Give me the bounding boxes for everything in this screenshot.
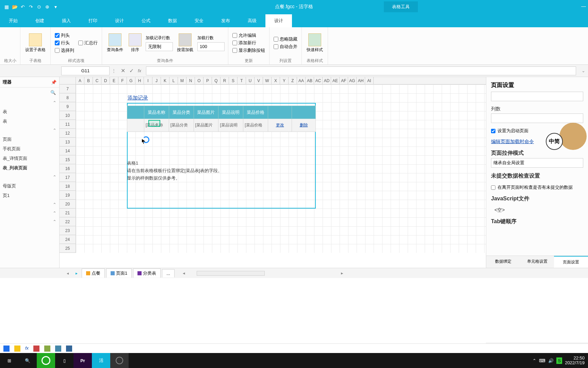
col-header[interactable]: AI	[365, 77, 374, 84]
tree-item[interactable]: ⌃	[1, 98, 59, 107]
rp-btab-cell[interactable]: 单元格设置	[520, 256, 554, 268]
col-header[interactable]: K	[161, 77, 169, 84]
row-header[interactable]: 23	[60, 226, 76, 235]
name-box[interactable]: G11	[61, 66, 110, 75]
row-header[interactable]: 9	[60, 102, 76, 111]
tray-icon[interactable]	[55, 346, 61, 352]
col-header[interactable]: G	[127, 77, 135, 84]
qat-icon[interactable]: ▦	[3, 4, 10, 10]
col-header[interactable]: M	[178, 77, 186, 84]
set-subtable-button[interactable]: 设置子表格	[24, 33, 47, 53]
sheet-tab[interactable]: 分类表	[133, 269, 161, 278]
col-header[interactable]: H	[135, 77, 144, 84]
back-icon[interactable]: ⊙	[36, 4, 42, 10]
tree-item[interactable]: ⌃	[1, 126, 59, 135]
tb-app-browser[interactable]	[37, 353, 55, 368]
tray-icon[interactable]	[66, 346, 72, 352]
tree-item[interactable]: ⌃	[1, 200, 59, 209]
row-header[interactable]: 25	[60, 244, 76, 253]
search-button[interactable]: 🔍	[18, 353, 37, 368]
tray-app-icon[interactable]: S	[556, 357, 562, 364]
rp-js-value[interactable]: <空>	[494, 207, 583, 213]
redo-icon[interactable]: ↷	[28, 4, 34, 10]
col-header[interactable]: B	[84, 77, 93, 84]
tree-item[interactable]: 母版页	[1, 181, 59, 191]
col-header[interactable]: F	[118, 77, 127, 84]
col-header[interactable]: O	[195, 77, 203, 84]
col-header[interactable]: E	[110, 77, 118, 84]
chk-ignore-hidden[interactable]: 忽略隐藏	[274, 36, 297, 42]
chk-col-header[interactable]: 列头	[55, 32, 74, 39]
row-header[interactable]: 13	[60, 138, 76, 147]
tray-fx-icon[interactable]: fx	[25, 346, 29, 352]
delete-link[interactable]: 删除	[292, 119, 316, 132]
select-all-corner[interactable]	[60, 77, 76, 84]
quick-style-button[interactable]: 快速样式	[305, 33, 324, 53]
accept-formula-icon[interactable]: ✓	[129, 67, 134, 74]
col-header[interactable]: N	[186, 77, 195, 84]
tab-publish[interactable]: 发布	[212, 14, 239, 27]
pin-icon[interactable]: 📌	[51, 80, 56, 85]
load-limit-input[interactable]	[146, 42, 173, 51]
tree-item[interactable]: 表_详情页面	[1, 154, 59, 163]
col-header[interactable]: AH	[357, 77, 365, 84]
tree-item[interactable]: ⌃	[1, 209, 59, 217]
row-header[interactable]: 15	[60, 155, 76, 164]
qat-more-icon[interactable]: ▾	[52, 4, 59, 10]
tray-ime-icon[interactable]: ⌨	[539, 358, 545, 363]
tab-security[interactable]: 安全	[186, 14, 212, 27]
row-header[interactable]: 10	[60, 111, 76, 120]
row-header[interactable]: 21	[60, 209, 76, 217]
chk-select-col[interactable]: 选择列	[55, 47, 74, 53]
col-header[interactable]: AF	[340, 77, 348, 84]
row-header[interactable]: 14	[60, 147, 76, 155]
col-header[interactable]: Y	[280, 77, 289, 84]
query-condition-button[interactable]: 查询条件	[105, 33, 125, 53]
col-header[interactable]: AA	[297, 77, 306, 84]
col-header[interactable]: I	[144, 77, 152, 84]
col-header[interactable]: J	[152, 77, 161, 84]
chk-show-delete[interactable]: 显示删除按钮	[232, 47, 265, 53]
sheet-prev-icon[interactable]: ◂	[64, 271, 71, 276]
tab-start[interactable]: 开始	[0, 14, 27, 27]
fx-icon[interactable]: fx	[138, 67, 141, 74]
row-header[interactable]: 19	[60, 191, 76, 200]
chk-add-row[interactable]: 添加新行	[232, 40, 265, 46]
col-header[interactable]: A	[76, 77, 84, 84]
open-icon[interactable]: 📂	[12, 4, 18, 10]
col-header[interactable]: AE	[331, 77, 340, 84]
chk-auto-merge[interactable]: 自动合并	[274, 44, 297, 50]
rp-btab-page[interactable]: 页面设置	[554, 256, 588, 268]
tb-app-file[interactable]: ▯	[55, 353, 74, 368]
th-desc[interactable]: 菜品说明	[218, 106, 243, 119]
col-header[interactable]: AD	[323, 77, 331, 84]
tree-item[interactable]: 手机页面	[1, 144, 59, 154]
col-header[interactable]: S	[229, 77, 238, 84]
horizontal-scrollbar[interactable]	[197, 271, 265, 276]
row-header[interactable]: 20	[60, 200, 76, 209]
row-header[interactable]: 24	[60, 235, 76, 244]
tab-print[interactable]: 打印	[80, 14, 106, 27]
hscroll-right-icon[interactable]: ▸	[341, 271, 343, 276]
th-price[interactable]: 菜品价格	[243, 106, 268, 119]
col-header[interactable]: AG	[348, 77, 357, 84]
formula-expand-icon[interactable]: ⌄	[579, 68, 588, 73]
row-header[interactable]: 8	[60, 93, 76, 102]
mascot[interactable]: 中简	[549, 119, 587, 160]
tray-icon[interactable]	[14, 346, 20, 352]
rp-input-rows[interactable]	[491, 92, 583, 101]
tab-formula[interactable]: 公式	[133, 14, 159, 27]
row-header[interactable]: 12	[60, 129, 76, 138]
rp-chk-unsaved[interactable]: 在离开页面时检查是否有未提交的数据	[491, 184, 583, 190]
col-header[interactable]: P	[203, 77, 212, 84]
row-header[interactable]: 18	[60, 182, 76, 191]
th-image[interactable]: 菜品图片	[194, 106, 218, 119]
cell-image[interactable]: [菜品图片	[194, 119, 218, 132]
edit-link[interactable]: 更改	[268, 119, 292, 132]
tree-item[interactable]: ⌃	[1, 217, 59, 226]
tb-app-pr[interactable]: Pr	[74, 353, 92, 368]
minimize-icon[interactable]: —	[581, 3, 586, 9]
tree-item[interactable]: ⌃	[1, 173, 59, 181]
tray-up-icon[interactable]: ⌃	[533, 358, 536, 363]
tree-item[interactable]: 页1	[1, 191, 59, 200]
